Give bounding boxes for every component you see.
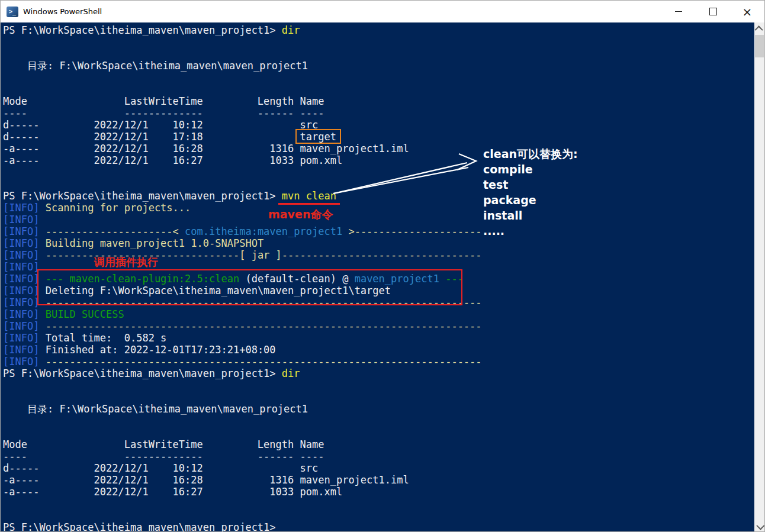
terminal-line: [INFO] Building maven_project1 1.0-SNAPS… <box>3 237 482 249</box>
terminal-text: Building maven_project1 1.0-SNAPSHOT <box>39 237 263 249</box>
clean-alternatives-title: clean可以替换为: <box>483 146 578 162</box>
close-button[interactable]: × <box>730 1 764 22</box>
terminal-text: dir <box>282 24 300 36</box>
terminal-text: d----- 2022/12/1 10:12 src <box>3 462 318 474</box>
clean-alternative-item: ..... <box>483 223 578 238</box>
terminal-text: [INFO] <box>3 308 39 320</box>
console-area[interactable]: PS F:\WorkSpace\itheima_maven\maven_proj… <box>1 22 756 532</box>
terminal-line: PS F:\WorkSpace\itheima_maven\maven_proj… <box>3 521 482 532</box>
terminal-text: [INFO] <box>3 237 39 249</box>
terminal-text: >--------------------- <box>342 225 481 237</box>
terminal-line <box>3 391 482 403</box>
terminal-line: [INFO] Finished at: 2022-12-01T17:23:21+… <box>3 344 482 356</box>
terminal-line: [INFO] ---------------------------------… <box>3 356 482 367</box>
terminal-line <box>3 379 482 391</box>
clean-alternatives: clean可以替换为: compiletestpackageinstall...… <box>483 146 578 238</box>
minimize-button[interactable] <box>661 1 696 22</box>
terminal-text: (default-clean) @ <box>239 273 354 285</box>
terminal-text: [INFO] <box>3 249 39 261</box>
target-highlighted-text: target <box>300 131 336 143</box>
chevron-down-icon <box>756 521 764 530</box>
caption-buttons: × <box>661 1 764 22</box>
terminal-line <box>3 415 482 427</box>
terminal-text: [INFO] <box>3 344 39 356</box>
terminal-line <box>3 178 482 190</box>
terminal-text: -a---- 2022/12/1 16:27 1033 pom.xml <box>3 486 342 498</box>
scroll-up-button[interactable] <box>754 24 764 34</box>
powershell-icon: >_ <box>7 7 18 17</box>
terminal-text: 目录: F:\WorkSpace\itheima_maven\maven_pro… <box>3 403 308 415</box>
plugin-exec-annotation: 调用插件执行 <box>94 255 158 269</box>
terminal-line: [INFO] ---------------------------------… <box>3 296 482 308</box>
terminal-text: mvn clean <box>278 190 340 205</box>
terminal-text: ----------------------------------------… <box>39 296 481 308</box>
terminal-line: [INFO] Deleting F:\WorkSpace\itheima_mav… <box>3 285 482 296</box>
terminal-output[interactable]: PS F:\WorkSpace\itheima_maven\maven_proj… <box>3 24 482 532</box>
terminal-text: ----------------------------------------… <box>39 356 481 367</box>
minimize-icon <box>675 11 682 12</box>
terminal-line: [INFO] Scanning for projects... <box>3 202 482 214</box>
terminal-line: PS F:\WorkSpace\itheima_maven\maven_proj… <box>3 367 482 379</box>
terminal-text: PS F:\WorkSpace\itheima_maven\maven_proj… <box>3 367 282 379</box>
terminal-line <box>3 498 482 510</box>
terminal-text: d----- 2022/12/1 17:18 <box>3 131 300 143</box>
terminal-text: ---- ------------- ------ ---- <box>3 450 324 462</box>
terminal-text: Scanning for projects... <box>39 202 191 214</box>
close-icon: × <box>742 6 753 18</box>
terminal-line <box>3 83 482 95</box>
terminal-line <box>3 72 482 83</box>
terminal-text: [INFO] <box>3 214 39 225</box>
chevron-up-icon <box>754 25 763 34</box>
terminal-text: [INFO] <box>3 320 39 332</box>
terminal-line: ---- ------------- ------ ---- <box>3 450 482 462</box>
terminal-text: maven_project1 <box>355 273 439 285</box>
terminal-line: d----- 2022/12/1 10:12 src <box>3 462 482 474</box>
terminal-line: [INFO] ---------------------------------… <box>3 320 482 332</box>
powershell-window: >_ Windows PowerShell × PS F:\WorkSpace\… <box>0 0 765 532</box>
terminal-text: [INFO] <box>3 332 39 344</box>
terminal-line: 目录: F:\WorkSpace\itheima_maven\maven_pro… <box>3 60 482 72</box>
terminal-text: [INFO] <box>3 356 39 367</box>
scroll-down-button[interactable] <box>754 521 764 531</box>
maximize-icon <box>709 8 717 15</box>
clean-alternatives-list: compiletestpackageinstall..... <box>483 162 578 238</box>
terminal-line: -a---- 2022/12/1 16:28 1316 maven_projec… <box>3 474 482 486</box>
terminal-text: -a---- 2022/12/1 16:27 1033 pom.xml <box>3 154 342 166</box>
terminal-text: [INFO] <box>3 273 39 285</box>
titlebar[interactable]: >_ Windows PowerShell × <box>1 1 764 22</box>
terminal-line: [INFO] --- maven-clean-plugin:2.5:clean … <box>3 273 482 285</box>
terminal-line: [INFO] <box>3 214 482 225</box>
terminal-text: -a---- 2022/12/1 16:28 1316 maven_projec… <box>3 143 409 154</box>
scrollbar-thumb[interactable] <box>755 35 764 57</box>
maximize-button[interactable] <box>696 1 730 22</box>
terminal-text: ----------------------------------------… <box>39 320 481 332</box>
terminal-text: [INFO] <box>3 225 39 237</box>
terminal-text: --- maven-clean-plugin:2.5:clean <box>39 273 239 285</box>
terminal-text: [INFO] <box>3 202 39 214</box>
terminal-line: [INFO] --------------------------------[… <box>3 249 482 261</box>
clean-alternative-item: install <box>483 208 578 223</box>
terminal-line: -a---- 2022/12/1 16:27 1033 pom.xml <box>3 154 482 166</box>
terminal-line: [INFO] Total time: 0.582 s <box>3 332 482 344</box>
terminal-line: PS F:\WorkSpace\itheima_maven\maven_proj… <box>3 24 482 36</box>
maven-command-annotation: maven命令 <box>268 207 333 223</box>
clean-alternative-item: compile <box>483 162 578 177</box>
terminal-text: Total time: 0.582 s <box>39 332 166 344</box>
terminal-line: Mode LastWriteTime Length Name <box>3 439 482 450</box>
terminal-text: com.itheima:maven_project1 <box>185 225 342 237</box>
terminal-text: [INFO] <box>3 285 39 296</box>
window-title: Windows PowerShell <box>23 7 102 16</box>
terminal-text: PS F:\WorkSpace\itheima_maven\maven_proj… <box>3 24 282 36</box>
terminal-text: dir <box>282 367 300 379</box>
terminal-text: 目录: F:\WorkSpace\itheima_maven\maven_pro… <box>3 60 308 72</box>
terminal-line <box>3 427 482 439</box>
terminal-line: -a---- 2022/12/1 16:27 1033 pom.xml <box>3 486 482 498</box>
terminal-line: ---- ------------- ------ ---- <box>3 107 482 119</box>
terminal-text: Finished at: 2022-12-01T17:23:21+08:00 <box>39 344 275 356</box>
terminal-line: 目录: F:\WorkSpace\itheima_maven\maven_pro… <box>3 403 482 415</box>
vertical-scrollbar[interactable] <box>754 22 764 532</box>
terminal-line: PS F:\WorkSpace\itheima_maven\maven_proj… <box>3 190 482 202</box>
terminal-text: Deleting F:\WorkSpace\itheima_maven\mave… <box>39 285 391 296</box>
terminal-line: -a---- 2022/12/1 16:28 1316 maven_projec… <box>3 143 482 154</box>
terminal-line: [INFO] <box>3 261 482 273</box>
